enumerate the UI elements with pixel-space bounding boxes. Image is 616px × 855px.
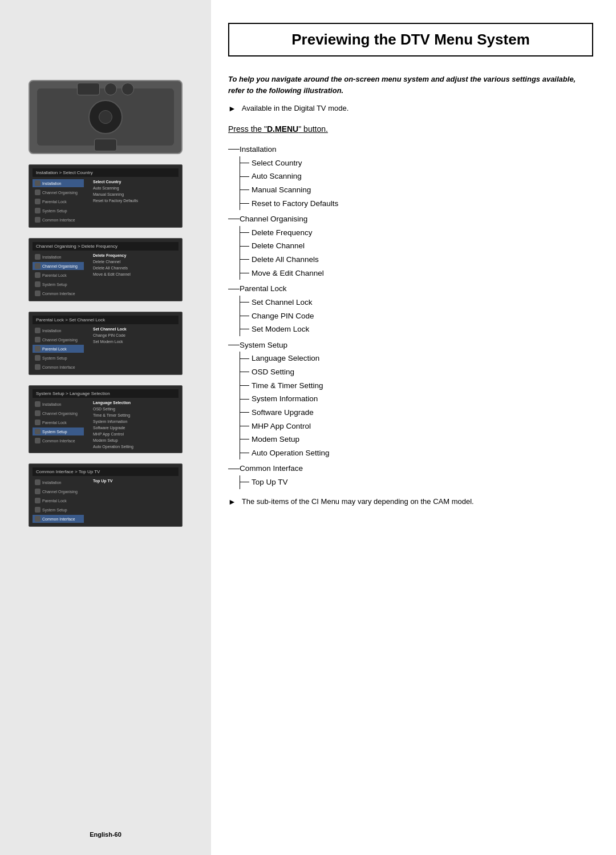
- remote-control-image: [29, 80, 183, 154]
- sub-lang-sel: Language Selection: [91, 400, 179, 405]
- reset-label: Reset to Factory Defaults: [252, 197, 338, 211]
- parental-label: Parental Lock: [240, 282, 287, 296]
- page-title-box: Previewing the DTV Menu System: [228, 23, 593, 57]
- menu-parental-5: Parental Lock: [33, 497, 84, 505]
- menu-installation: Installation: [33, 179, 84, 187]
- menu-parental-3: Parental Lock: [33, 345, 84, 353]
- sw-upgrade-label: Software Upgrade: [252, 406, 314, 420]
- dmenu-label: D.MENU: [267, 124, 298, 134]
- menu-channel-org-4: Channel Organising: [33, 409, 84, 417]
- menu-common: Common Interface: [33, 216, 84, 224]
- menu-system-2: System Setup: [33, 280, 84, 288]
- tree-delete-freq: Delete Frequency: [240, 226, 593, 240]
- lang-sel-label: Language Selection: [252, 352, 319, 365]
- delete-channel-label: Delete Channel: [252, 239, 305, 253]
- page-title: Previewing the DTV Menu System: [291, 31, 530, 48]
- menu-system: System Setup: [33, 207, 84, 215]
- right-column: Previewing the DTV Menu System To help y…: [211, 0, 616, 855]
- parental-header: Parental Lock: [228, 282, 593, 296]
- screenshot-channel-org: Channel Organising > Delete Frequency In…: [29, 238, 183, 301]
- screenshot-installation: Installation > Select Country Installati…: [29, 164, 183, 228]
- tree-top-up-tv: Top Up TV: [240, 475, 593, 489]
- sub-set-modem-lock: Set Modem Lock: [91, 339, 179, 344]
- menu-parental-2: Parental Lock: [33, 271, 84, 279]
- tree-set-modem-lock: Set Modem Lock: [240, 322, 593, 336]
- sys-info-label: System Information: [252, 392, 318, 406]
- sub-reset: Reset to Factory Defaults: [91, 198, 179, 203]
- set-channel-lock-label: Set Channel Lock: [252, 296, 313, 309]
- sub-modem: Modem Setup: [91, 438, 179, 443]
- menu-common-3: Common Interface: [33, 363, 84, 371]
- available-note: Available in the Digital TV mode.: [242, 104, 348, 112]
- sub-move-edit: Move & Edit Channel: [91, 272, 179, 277]
- sub-auto-scanning: Auto Scanning: [91, 185, 179, 191]
- menu-inst-2: Installation: [33, 253, 84, 261]
- exit-button: [94, 139, 117, 151]
- tree-delete-channel: Delete Channel: [240, 239, 593, 253]
- arrow-icon: ►: [228, 104, 236, 113]
- menu-common-2: Common Interface: [33, 289, 84, 297]
- sub-select-country: Select Country: [91, 179, 179, 184]
- installation-header: Installation: [228, 143, 593, 156]
- sub-sys-info: System Information: [91, 419, 179, 424]
- auto-op-label: Auto Operation Setting: [252, 446, 330, 460]
- tree-time: Time & Timer Setting: [240, 379, 593, 393]
- tree-move-edit: Move & Edit Channel: [240, 267, 593, 280]
- menu-button: [77, 83, 100, 95]
- intro-bold-text: To help you navigate around the on-scree…: [228, 74, 593, 96]
- note-text: The sub-items of the CI Menu may vary de…: [242, 497, 474, 506]
- note-arrow-icon: ►: [228, 497, 236, 506]
- menu-parental: Parental Lock: [33, 197, 84, 205]
- dpad: [88, 100, 123, 134]
- sub-auto-op: Auto Operation Setting: [91, 444, 179, 449]
- tree-mhp: MHP App Control: [240, 420, 593, 433]
- menu-inst-4: Installation: [33, 400, 84, 408]
- screenshot-1-title: Installation > Select Country: [33, 168, 179, 177]
- menu-system-4: System Setup: [33, 427, 84, 435]
- system-label: System Setup: [240, 338, 287, 352]
- screenshot-4-title: System Setup > Language Selection: [33, 389, 179, 398]
- menu-system-5: System Setup: [33, 506, 84, 514]
- common-label: Common Interface: [240, 462, 303, 475]
- screenshot-5-title: Common Interface > Top Up TV: [33, 467, 179, 476]
- press-button-text: Press the "D.MENU" button.: [228, 124, 593, 134]
- change-pin-label: Change PIN Code: [252, 309, 314, 323]
- osd-label: OSD Setting: [252, 365, 294, 379]
- page: Installation > Select Country Installati…: [0, 0, 616, 855]
- extra-button: [121, 83, 134, 95]
- screenshot-3-title: Parental Lock > Set Channel Lock: [33, 316, 179, 324]
- left-column: Installation > Select Country Installati…: [0, 0, 211, 855]
- sub-top-up-tv: Top Up TV: [91, 478, 179, 483]
- set-modem-lock-label: Set Modem Lock: [252, 322, 309, 336]
- system-children: Language Selection OSD Setting Time & Ti…: [240, 352, 593, 459]
- dpad-center: [99, 110, 112, 124]
- screenshot-2-title: Channel Organising > Delete Frequency: [33, 242, 179, 251]
- select-country-label: Select Country: [252, 156, 302, 170]
- menu-channel-org-2: Channel Organising: [33, 262, 84, 270]
- tree-parental: Parental Lock Set Channel Lock Change PI…: [228, 282, 593, 336]
- time-label: Time & Timer Setting: [252, 379, 323, 393]
- parental-children: Set Channel Lock Change PIN Code Set Mod…: [240, 296, 593, 336]
- menu-tree: Installation Select Country Auto Scannin…: [228, 143, 593, 489]
- tree-manual-scanning: Manual Scanning: [240, 183, 593, 197]
- sub-mhp: MHP App Control: [91, 431, 179, 437]
- menu-channel-org: Channel Organising: [33, 188, 84, 196]
- menu-parental-4: Parental Lock: [33, 418, 84, 426]
- sub-delete-all: Delete All Channels: [91, 265, 179, 271]
- sub-change-pin: Change PIN Code: [91, 333, 179, 338]
- menu-channel-org-3: Channel Organising: [33, 336, 84, 344]
- channel-org-label: Channel Organising: [240, 212, 307, 226]
- delete-all-label: Delete All Channels: [252, 253, 319, 267]
- auto-scanning-label: Auto Scanning: [252, 170, 302, 183]
- mhp-label: MHP App Control: [252, 420, 311, 433]
- tree-channel-org: Channel Organising Delete Frequency Dele…: [228, 212, 593, 280]
- common-header: Common Interface: [228, 462, 593, 475]
- tree-modem: Modem Setup: [240, 433, 593, 446]
- common-children: Top Up TV: [240, 475, 593, 489]
- tree-installation: Installation Select Country Auto Scannin…: [228, 143, 593, 210]
- tree-sw-upgrade: Software Upgrade: [240, 406, 593, 420]
- sub-sw-upgrade: Software Upgrade: [91, 425, 179, 430]
- tree-sys-info: System Information: [240, 392, 593, 406]
- menu-system-3: System Setup: [33, 354, 84, 362]
- tree-delete-all: Delete All Channels: [240, 253, 593, 267]
